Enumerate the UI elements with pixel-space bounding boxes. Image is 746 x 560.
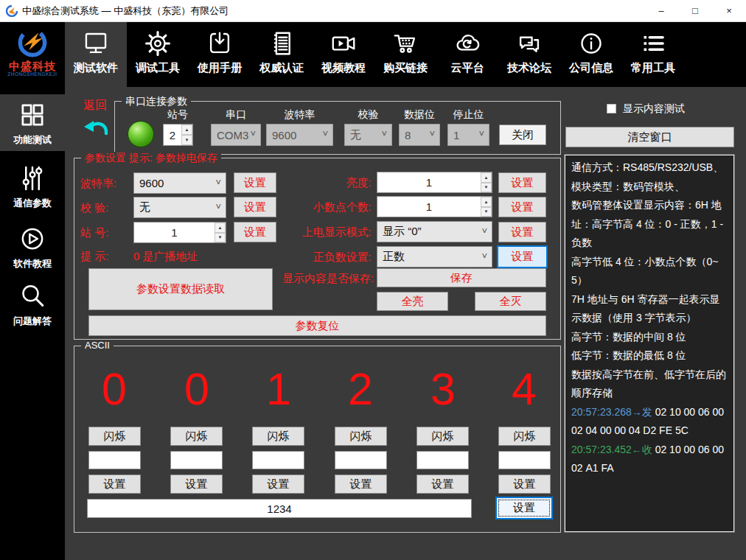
sidebar-item-function-test[interactable]: 功能测试 <box>0 94 65 151</box>
parity-set-select[interactable]: 无˅ <box>133 197 226 218</box>
tab-test-software[interactable]: 测试软件 <box>65 22 127 87</box>
play-circle-icon <box>18 224 47 253</box>
ascii-string-input[interactable] <box>87 499 472 518</box>
all-on-button[interactable]: 全亮 <box>377 292 448 311</box>
sign-mode-select[interactable]: 正数˅ <box>377 246 492 267</box>
station-set-up-button[interactable]: ▲ <box>215 223 226 233</box>
minimize-button[interactable]: – <box>644 0 678 22</box>
station-up-button[interactable]: ▲ <box>181 125 192 135</box>
cloud-icon <box>453 29 481 57</box>
serial-legend: 串口连接参数 <box>122 95 191 108</box>
decimals-set-button[interactable]: 设置 <box>498 197 546 217</box>
close-port-button[interactable]: 关闭 <box>499 125 546 145</box>
chevron-down-icon: ˅ <box>250 128 256 139</box>
blink-button-4[interactable]: 闪烁 <box>416 427 469 446</box>
all-off-button[interactable]: 全灭 <box>475 292 546 311</box>
powerup-mode-select[interactable]: 显示 “0”˅ <box>377 221 492 242</box>
ascii-set-button-4[interactable]: 设置 <box>416 475 469 494</box>
blink-button-5[interactable]: 闪烁 <box>498 427 551 446</box>
tab-tech-forum[interactable]: 技术论坛 <box>498 22 560 87</box>
ascii-input-1[interactable] <box>170 451 223 469</box>
powerup-set-button[interactable]: 设置 <box>498 222 546 242</box>
decimals-down-button[interactable]: ▼ <box>481 207 492 217</box>
back-arrow-icon[interactable] <box>83 116 111 138</box>
baud-set-label: 波特率: <box>80 177 116 191</box>
tab-certification[interactable]: 权威认证 <box>251 22 313 87</box>
tab-company-info[interactable]: 公司信息 <box>560 22 622 87</box>
ascii-set-button-2[interactable]: 设置 <box>252 475 304 494</box>
display-test-checkbox[interactable] <box>607 104 616 113</box>
port-select[interactable]: COM3˅ <box>211 124 261 146</box>
ascii-set-button-1[interactable]: 设置 <box>170 475 223 494</box>
clear-window-button[interactable]: 清空窗口 <box>565 127 734 147</box>
sidebar-item-label: 通信参数 <box>13 197 52 210</box>
ascii-digit-4: 3 <box>410 363 476 416</box>
station-set-down-button[interactable]: ▼ <box>215 233 226 243</box>
parity-select[interactable]: 无˅ <box>344 124 392 146</box>
station-stepper[interactable]: 2 ▲▼ <box>163 124 193 146</box>
tab-label: 技术论坛 <box>507 61 551 75</box>
station-set-stepper[interactable]: 1 ▲▼ <box>133 222 226 243</box>
tools-list-icon <box>639 29 667 57</box>
log-tx-line: 20:57:23.268→发 02 10 00 06 00 02 04 00 0… <box>571 403 728 441</box>
decimals-up-button[interactable]: ▲ <box>481 197 492 207</box>
ascii-set-button-0[interactable]: 设置 <box>88 475 141 494</box>
tab-video-tutorials[interactable]: 视频教程 <box>313 22 374 87</box>
sidebar-item-faq[interactable]: 问题解答 <box>0 276 65 332</box>
app-logo-icon <box>6 5 18 17</box>
blink-button-2[interactable]: 闪烁 <box>252 427 304 446</box>
chevron-down-icon: ˅ <box>481 225 487 237</box>
connection-led-indicator <box>128 121 154 147</box>
logo-text: 中盛科技 <box>9 60 56 71</box>
brightness-up-button[interactable]: ▲ <box>481 172 492 183</box>
ascii-set-button-3[interactable]: 设置 <box>335 475 387 494</box>
tab-cloud-platform[interactable]: 云平台 <box>436 22 498 87</box>
parity-set-button[interactable]: 设置 <box>234 197 276 217</box>
blink-button-0[interactable]: 闪烁 <box>88 427 141 446</box>
sign-set-button[interactable]: 设置 <box>497 245 548 268</box>
blink-button-3[interactable]: 闪烁 <box>335 427 387 446</box>
tab-common-tools[interactable]: 常用工具 <box>622 22 684 87</box>
station-down-button[interactable]: ▼ <box>181 135 192 145</box>
tab-debug-tools[interactable]: 调试工具 <box>127 22 189 87</box>
window-title: 中盛综合测试系统 — 中盛科技（东莞）有限公司 <box>22 4 229 18</box>
sidebar-item-comm-params[interactable]: 通信参数 <box>0 158 65 214</box>
comm-log[interactable]: 通信方式：RS485/RS232/USB、 模块类型：数码管模块、 数码管整体设… <box>565 155 734 532</box>
reset-params-button[interactable]: 参数复位 <box>88 315 546 336</box>
save-button[interactable]: 保存 <box>377 268 546 287</box>
chevron-down-icon: ˅ <box>215 201 221 212</box>
tab-label: 测试软件 <box>74 61 118 75</box>
tab-user-manual[interactable]: 使用手册 <box>189 22 251 87</box>
close-button[interactable]: × <box>712 0 746 22</box>
ascii-set-button-5[interactable]: 设置 <box>498 475 551 494</box>
tab-label: 使用手册 <box>198 61 242 75</box>
tab-label: 购买链接 <box>383 61 428 75</box>
chevron-down-icon: ˅ <box>478 128 484 139</box>
ascii-input-3[interactable] <box>335 451 387 469</box>
ascii-input-5[interactable] <box>498 451 551 469</box>
ascii-string-set-button[interactable]: 设置 <box>495 497 553 519</box>
ascii-input-0[interactable] <box>88 451 141 469</box>
brightness-down-button[interactable]: ▼ <box>481 183 492 193</box>
blink-button-1[interactable]: 闪烁 <box>170 427 223 446</box>
info-icon <box>577 29 605 57</box>
read-params-button[interactable]: 参数设置数据读取 <box>88 268 273 310</box>
decimals-stepper[interactable]: 1 ▲▼ <box>377 196 492 217</box>
brightness-set-button[interactable]: 设置 <box>498 172 546 193</box>
databits-select[interactable]: 8˅ <box>399 124 440 146</box>
back-label[interactable]: 返回 <box>83 98 107 113</box>
ascii-input-2[interactable] <box>252 451 304 469</box>
tab-label: 云平台 <box>451 61 484 75</box>
logo-mark-icon <box>15 25 50 60</box>
maximize-button[interactable]: □ <box>678 0 712 22</box>
station-set-button[interactable]: 设置 <box>234 222 276 242</box>
brightness-stepper[interactable]: 1 ▲▼ <box>377 172 492 193</box>
stopbits-select[interactable]: 1˅ <box>447 124 489 146</box>
ascii-input-4[interactable] <box>416 451 469 469</box>
tab-purchase-link[interactable]: 购买链接 <box>374 22 436 87</box>
baud-select[interactable]: 9600˅ <box>266 124 333 146</box>
sidebar-item-software-tutorial[interactable]: 软件教程 <box>0 218 65 273</box>
databits-label: 数据位 <box>399 108 440 122</box>
baud-set-select[interactable]: 9600˅ <box>133 172 226 194</box>
baud-set-button[interactable]: 设置 <box>234 172 276 193</box>
